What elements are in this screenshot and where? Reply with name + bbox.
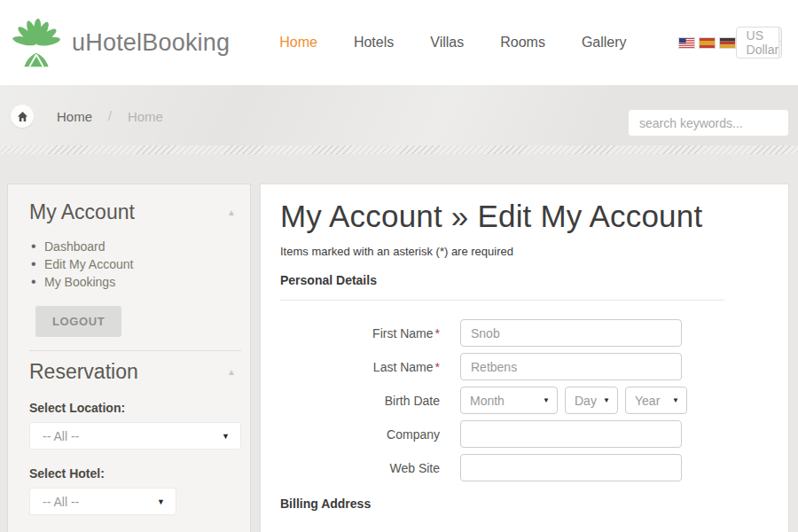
nav-gallery[interactable]: Gallery [582, 35, 627, 51]
sidebar-my-account-title: My Account ▲ [29, 200, 241, 224]
account-menu: Dashboard Edit My Account My Bookings [29, 238, 241, 291]
sidebar-item-my-bookings[interactable]: My Bookings [29, 273, 241, 291]
collapse-arrow-icon[interactable]: ▲ [227, 207, 236, 217]
first-name-label-text: First Name [372, 326, 433, 340]
page-title: My Account » Edit My Account [280, 199, 767, 234]
sidebar-reservation-title: Reservation ▲ [29, 360, 241, 384]
web-site-label: Web Site [280, 461, 440, 475]
web-site-row: Web Site [280, 454, 767, 481]
birth-day-select[interactable]: Day ▼ [565, 387, 618, 414]
sidebar-divider [29, 350, 241, 351]
select-hotel-label: Select Hotel: [29, 466, 241, 481]
logout-button[interactable]: LOGOUT [35, 306, 121, 337]
chevron-down-icon: ▼ [543, 396, 550, 404]
breadcrumb-separator: / [108, 109, 112, 123]
currency-select[interactable]: US Dollar ▲▼ [736, 27, 782, 59]
flag-us-icon[interactable] [678, 37, 695, 49]
sidebar-item-label: Edit My Account [44, 257, 133, 271]
palm-tree-logo-icon [9, 15, 64, 70]
header: uHotelBooking Home Hotels Villas Rooms G… [0, 0, 798, 85]
sidebar-item-label: My Bookings [44, 275, 115, 289]
sidebar-item-label: Dashboard [44, 239, 106, 254]
company-field[interactable] [460, 420, 682, 448]
birth-year-value: Year [635, 394, 667, 408]
first-name-row: First Name* [280, 319, 767, 347]
birth-month-select[interactable]: Month ▼ [460, 387, 558, 414]
chevron-down-icon: ▼ [157, 497, 165, 506]
language-switcher [678, 37, 736, 49]
nav-villas[interactable]: Villas [430, 35, 464, 51]
birth-date-row: Birth Date Month ▼ Day ▼ Year ▼ [280, 387, 767, 414]
nav-home[interactable]: Home [279, 35, 317, 51]
sidebar-item-edit-my-account[interactable]: Edit My Account [29, 255, 241, 273]
select-location-label: Select Location: [29, 401, 241, 415]
billing-address-heading: Billing Address [280, 497, 767, 511]
birth-date-label: Birth Date [280, 394, 440, 408]
breadcrumb-home-link[interactable]: Home [57, 109, 92, 124]
main-nav: Home Hotels Villas Rooms Gallery [279, 35, 626, 51]
company-row: Company [280, 420, 767, 448]
birth-year-select[interactable]: Year ▼ [625, 387, 687, 414]
main-content: My Account » Edit My Account Items marke… [260, 184, 789, 532]
breadcrumb-current-page: Home [128, 109, 163, 124]
company-label: Company [280, 427, 440, 442]
last-name-label-text: Last Name [373, 360, 434, 374]
sidebar-my-account-title-text: My Account [29, 200, 135, 223]
location-select[interactable]: -- All -- ▼ [29, 422, 241, 450]
sidebar-item-dashboard[interactable]: Dashboard [29, 238, 241, 255]
flag-es-icon[interactable] [699, 37, 716, 49]
nav-hotels[interactable]: Hotels [354, 35, 394, 51]
chevron-down-icon: ▼ [603, 396, 610, 404]
birth-month-value: Month [470, 394, 537, 408]
required-asterisk: * [435, 326, 440, 340]
breadcrumb-band: Home / Home [0, 85, 798, 154]
birth-date-group: Month ▼ Day ▼ Year ▼ [460, 387, 687, 414]
search-input[interactable] [628, 109, 789, 137]
chevron-down-icon: ▼ [222, 432, 230, 441]
hotel-select[interactable]: -- All -- ▼ [29, 488, 176, 515]
form-divider [280, 300, 724, 301]
collapse-arrow-icon[interactable]: ▲ [227, 367, 236, 377]
first-name-label: First Name* [280, 326, 440, 340]
sidebar: My Account ▲ Dashboard Edit My Account M… [7, 184, 251, 532]
brand-name: uHotelBooking [72, 29, 230, 57]
home-icon[interactable] [11, 105, 34, 128]
sidebar-reservation-title-text: Reservation [29, 360, 138, 383]
required-note: Items marked with an asterisk (*) are re… [280, 245, 767, 258]
nav-rooms[interactable]: Rooms [500, 35, 545, 51]
last-name-row: Last Name* [280, 353, 767, 380]
required-asterisk: * [435, 360, 440, 374]
last-name-field[interactable] [460, 353, 682, 380]
web-site-field[interactable] [460, 454, 682, 481]
flag-de-icon[interactable] [719, 37, 736, 49]
last-name-label: Last Name* [280, 360, 440, 374]
breadcrumb: Home / Home [11, 105, 163, 128]
personal-details-heading: Personal Details [280, 273, 767, 287]
brand-logo[interactable]: uHotelBooking [9, 15, 230, 70]
first-name-field[interactable] [460, 319, 682, 347]
birth-day-value: Day [575, 394, 598, 408]
hotel-select-value: -- All -- [43, 495, 157, 509]
chevron-down-icon: ▼ [672, 396, 679, 404]
currency-selected-value: US Dollar [737, 27, 779, 58]
location-select-value: -- All -- [43, 429, 222, 443]
currency-spinner-icon[interactable]: ▲▼ [778, 27, 782, 58]
